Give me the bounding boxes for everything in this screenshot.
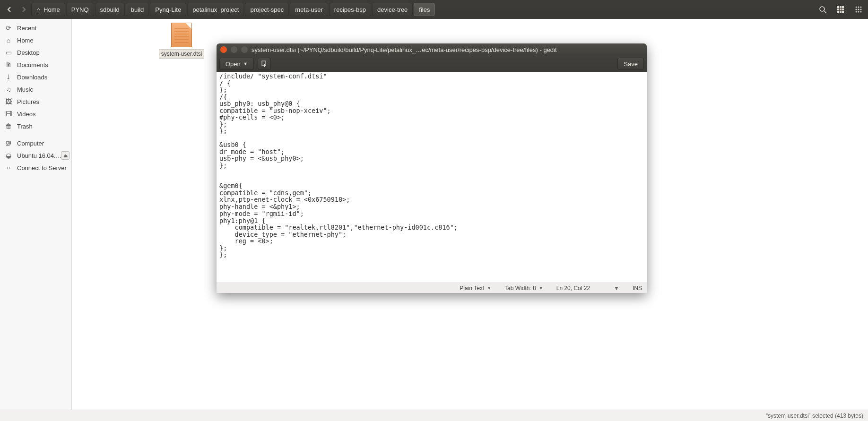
- save-button[interactable]: Save: [617, 58, 644, 70]
- breadcrumb-label: petalinux_project: [192, 6, 239, 13]
- tab-width-selector[interactable]: Tab Width: 8▼: [504, 285, 543, 292]
- sidebar-item-label: Ubuntu 16.04.…: [17, 152, 62, 159]
- file-pane[interactable]: system-user.dtsi system-user.dtsi (~/PYN…: [72, 19, 868, 410]
- save-label: Save: [624, 60, 638, 68]
- sidebar-item[interactable]: 🎞Videos: [0, 108, 71, 120]
- place-icon: ▭: [5, 49, 12, 56]
- place-icon: ⌂: [5, 36, 12, 44]
- sidebar-item[interactable]: ⟳Recent: [0, 22, 71, 34]
- text-file-icon: [171, 23, 192, 47]
- svg-rect-9: [842, 11, 844, 13]
- svg-point-0: [820, 7, 825, 11]
- breadcrumb-segment[interactable]: petalinux_project: [187, 3, 244, 16]
- gedit-window: system-user.dtsi (~/PYNQ/sdbuild/build/P…: [217, 43, 647, 293]
- svg-rect-6: [842, 9, 844, 10]
- sidebar-item-label: Music: [17, 86, 33, 93]
- place-icon: 🎞: [5, 110, 12, 118]
- file-manager-toolbar: ⌂HomePYNQsdbuildbuildPynq-Litepetalinux_…: [0, 0, 868, 19]
- chevron-down-icon: ▼: [539, 286, 543, 291]
- sidebar-item-label: Recent: [17, 25, 36, 32]
- place-icon: 🗎: [5, 61, 12, 69]
- sidebar-item[interactable]: ⭳Downloads: [0, 71, 71, 83]
- svg-point-18: [860, 11, 862, 13]
- breadcrumb-segment[interactable]: meta-user: [290, 3, 328, 16]
- file-name-label: system-user.dtsi: [159, 49, 205, 59]
- home-icon: ⌂: [36, 6, 41, 14]
- sidebar-item-label: Downloads: [17, 74, 47, 81]
- breadcrumb-label: project-spec: [250, 6, 284, 13]
- breadcrumb-segment[interactable]: ⌂Home: [31, 3, 65, 16]
- language-selector[interactable]: Plain Text▼: [460, 285, 491, 292]
- sidebar-item-label: Pictures: [17, 98, 39, 105]
- nav-back-button[interactable]: [3, 3, 16, 16]
- text-editor-area[interactable]: /include/ "system-conf.dtsi" / { }; /{ u…: [217, 72, 647, 283]
- breadcrumb: ⌂HomePYNQsdbuildbuildPynq-Litepetalinux_…: [31, 3, 435, 16]
- chevron-right-icon: [20, 6, 27, 13]
- sidebar-item[interactable]: ♫Music: [0, 83, 71, 95]
- svg-rect-19: [262, 61, 266, 66]
- breadcrumb-label: meta-user: [295, 6, 323, 13]
- breadcrumb-segment[interactable]: files: [414, 3, 435, 16]
- svg-rect-2: [840, 6, 842, 8]
- svg-rect-1: [837, 6, 839, 8]
- file-item[interactable]: system-user.dtsi: [156, 23, 207, 59]
- sidebar-item[interactable]: ⌂Home: [0, 34, 71, 46]
- place-icon: ↔: [5, 164, 12, 172]
- svg-rect-5: [840, 9, 842, 10]
- insert-mode-label: INS: [633, 285, 642, 292]
- breadcrumb-label: sdbuild: [100, 6, 120, 13]
- breadcrumb-segment[interactable]: PYNQ: [66, 3, 94, 16]
- breadcrumb-segment[interactable]: device-tree: [372, 3, 413, 16]
- open-button[interactable]: Open ▼: [219, 58, 254, 70]
- svg-point-13: [856, 9, 857, 10]
- open-label: Open: [226, 60, 241, 68]
- chevron-left-icon: [6, 6, 13, 13]
- breadcrumb-label: PYNQ: [71, 6, 89, 13]
- sidebar-item-label: Videos: [17, 111, 36, 118]
- sidebar-item[interactable]: 🗎Documents: [0, 59, 71, 71]
- sidebar-item-label: Desktop: [17, 49, 40, 56]
- tab-width-label: Tab Width: 8: [504, 285, 536, 292]
- grid-icon: [837, 6, 844, 13]
- breadcrumb-segment[interactable]: Pynq-Lite: [150, 3, 186, 16]
- place-icon: 🖼: [5, 98, 12, 105]
- nav-forward-button[interactable]: [17, 3, 30, 16]
- sidebar-item[interactable]: ↔Connect to Server: [0, 162, 71, 174]
- sidebar-item[interactable]: 🖼Pictures: [0, 95, 71, 108]
- view-list-button[interactable]: [834, 3, 847, 16]
- gedit-statusbar: Plain Text▼ Tab Width: 8▼ Ln 20, Col 22 …: [217, 283, 647, 293]
- place-icon: 🗑: [5, 122, 12, 130]
- sidebar-item[interactable]: 🗑Trash: [0, 120, 71, 132]
- file-manager-statusbar: “system-user.dtsi” selected (413 bytes): [0, 410, 868, 421]
- breadcrumb-segment[interactable]: project-spec: [245, 3, 289, 16]
- breadcrumb-label: Home: [43, 6, 60, 13]
- window-minimize-button[interactable]: [231, 46, 237, 53]
- new-tab-button[interactable]: [258, 58, 271, 70]
- window-maximize-button[interactable]: [241, 46, 248, 53]
- sidebar-item-label: Documents: [17, 61, 48, 69]
- sidebar-item[interactable]: 🖳Computer: [0, 137, 71, 149]
- editor-content[interactable]: /include/ "system-conf.dtsi" / { }; /{ u…: [219, 73, 644, 258]
- chevron-down-icon: ▼: [487, 286, 491, 291]
- place-icon: ⟳: [5, 24, 12, 32]
- breadcrumb-segment[interactable]: recipes-bsp: [329, 3, 371, 16]
- svg-point-15: [860, 9, 862, 10]
- sidebar-item-label: Computer: [17, 140, 44, 147]
- cursor-position-label: Ln 20, Col 22: [556, 285, 590, 292]
- svg-point-17: [858, 11, 859, 13]
- view-menu-button[interactable]: [852, 3, 865, 16]
- breadcrumb-segment[interactable]: sdbuild: [95, 3, 125, 16]
- apps-icon: [855, 6, 862, 13]
- svg-rect-8: [840, 11, 842, 13]
- window-close-button[interactable]: [220, 46, 227, 53]
- sidebar-item[interactable]: ◒Ubuntu 16.04.…⏏: [0, 149, 71, 162]
- breadcrumb-label: build: [131, 6, 144, 13]
- eject-button[interactable]: ⏏: [61, 151, 69, 160]
- svg-rect-4: [837, 9, 839, 10]
- gedit-titlebar[interactable]: system-user.dtsi (~/PYNQ/sdbuild/build/P…: [217, 43, 647, 56]
- sidebar-item[interactable]: ▭Desktop: [0, 46, 71, 59]
- window-title: system-user.dtsi (~/PYNQ/sdbuild/build/P…: [252, 46, 643, 53]
- breadcrumb-segment[interactable]: build: [126, 3, 149, 16]
- svg-point-12: [860, 7, 862, 8]
- search-button[interactable]: [816, 3, 829, 16]
